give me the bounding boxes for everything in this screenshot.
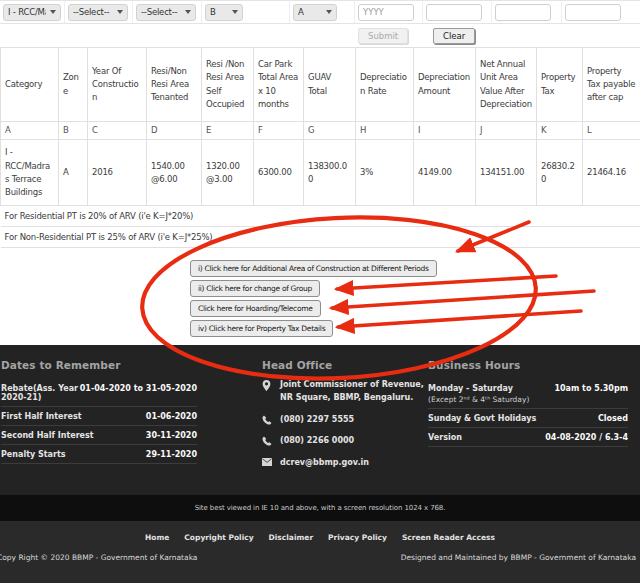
column-letter: G [304, 122, 356, 140]
cell-area-self-occupied: 1320.00 @3.00 [202, 140, 254, 206]
hours-row: Sunday & Govt Holidays Closed [428, 409, 628, 428]
date-label: Second Half Interest [1, 431, 94, 440]
cell-zone: A [59, 140, 88, 206]
hours-row: Monday - Saturday (Except 2ⁿᵈ & 4ᵗʰ Satu… [428, 379, 628, 409]
chevron-down-icon [50, 10, 56, 14]
column-letter: I [414, 122, 476, 140]
filter-input-3[interactable] [495, 4, 551, 21]
column-header: Property Tax payable after cap [583, 48, 640, 122]
column-header: Resi /Non Resi Area Self Occupied [202, 48, 254, 122]
cell-property-tax: 26830.20 [537, 140, 583, 206]
date-label: First Half Interest [1, 412, 82, 421]
column-header: Resi/Non Resi Area Tenanted [147, 48, 202, 122]
note-residential: For Residential PT is 20% of ARV (i'e K=… [1, 206, 640, 227]
column-letter: E [202, 122, 254, 140]
zone-select[interactable]: B [205, 4, 243, 21]
phone2-text: (080) 2266 0000 [280, 435, 354, 448]
column-letter: H [356, 122, 414, 140]
property-tax-table: Category Zone Year Of Construction Resi/… [0, 47, 640, 248]
dates-heading: Dates to Remember [1, 359, 197, 371]
footer-bottom: Home Copyright Policy Disclaimer Privacy… [0, 521, 640, 583]
phone-row: (080) 2266 0000 [262, 435, 430, 448]
hours-sublabel: (Except 2ⁿᵈ & 4ᵗʰ Saturday) [428, 395, 529, 404]
cell-category: I - RCC/Madras Terrace Buildings [1, 140, 59, 206]
date-label: Rebate(Ass. Year 2020-21) [1, 384, 80, 402]
cell-car-park: 6300.00 [254, 140, 304, 206]
note-non-residential: For Non-Residential PT is 25% of ARV (i'… [1, 227, 640, 248]
phone-icon [262, 415, 272, 425]
phone-row: (080) 2297 5555 [262, 414, 430, 427]
column-header: Category [1, 48, 59, 122]
hours-label: Monday - Saturday [428, 384, 513, 393]
column-letter: K [537, 122, 583, 140]
filter-select-2[interactable]: --Select-- [68, 4, 128, 21]
hoarding-telecom-button[interactable]: Click here for Hoarding/Telecome [190, 300, 321, 317]
zone-select-value: B [210, 7, 216, 17]
footer-links: Home Copyright Policy Disclaimer Privacy… [0, 521, 640, 542]
chevron-down-icon [117, 10, 123, 14]
link-screen-reader[interactable]: Screen Reader Access [402, 533, 495, 542]
phone-icon [262, 436, 272, 446]
filter-bar: I - RCC/Mad --Select-- --Select-- B [0, 0, 640, 24]
table-data-row: I - RCC/Madras Terrace Buildings A 2016 … [1, 140, 640, 206]
date-row: Rebate(Ass. Year 2020-21) 01-04-2020 to … [1, 379, 197, 407]
hours-label-block: Monday - Saturday (Except 2ⁿᵈ & 4ᵗʰ Satu… [428, 384, 529, 404]
change-group-button[interactable]: ii) Click here for change of Group [190, 280, 320, 297]
column-letter-row: A B C D E F G H I J K L [1, 122, 640, 140]
dates-to-remember-section: Dates to Remember Rebate(Ass. Year 2020-… [0, 359, 197, 464]
additional-area-button[interactable]: i) Click here for Additional Area of Con… [190, 260, 437, 277]
column-letter: D [147, 122, 202, 140]
date-row: First Half Interest 01-06-2020 [1, 407, 197, 426]
date-value: 30-11-2020 [146, 431, 197, 440]
head-office-section: Head Office Joint Commissioner of Revenu… [262, 359, 430, 479]
date-label: Penalty Starts [1, 450, 65, 459]
viewport-note: Site best viewed in IE 10 and above, wit… [195, 504, 446, 512]
link-privacy-policy[interactable]: Privacy Policy [328, 533, 387, 542]
group-select[interactable]: A [293, 4, 337, 21]
business-hours-heading: Business Hours [428, 359, 628, 371]
column-letter: L [583, 122, 640, 140]
email-row: dcrev@bbmp.gov.in [262, 457, 430, 470]
cell-tax-after-cap: 21464.16 [583, 140, 640, 206]
year-input[interactable] [358, 4, 414, 21]
email-link[interactable]: dcrev@bbmp.gov.in [280, 457, 369, 470]
column-header: Year Of Construction [88, 48, 147, 122]
business-hours-section: Business Hours Monday - Saturday (Except… [428, 359, 628, 447]
chevron-down-icon [326, 10, 332, 14]
copyright-row: Copy Right © 2020 BBMP - Government of K… [0, 553, 640, 562]
bbmp-property-tax-page: I - RCC/Mad --Select-- --Select-- B [0, 0, 640, 583]
cell-depreciation-amount: 4149.00 [414, 140, 476, 206]
link-home[interactable]: Home [145, 533, 169, 542]
map-pin-icon [262, 380, 272, 391]
property-tax-details-button[interactable]: iv) Click here for Property Tax Details [190, 320, 333, 337]
filter-input-2[interactable] [426, 4, 482, 21]
column-letter: A [1, 122, 59, 140]
date-value: 01-04-2020 to 31-05-2020 [80, 384, 197, 393]
cell-depreciation-rate: 3% [356, 140, 414, 206]
filter-input-4[interactable] [565, 4, 621, 21]
column-header: Zone [59, 48, 88, 122]
link-copyright-policy[interactable]: Copyright Policy [184, 533, 253, 542]
note-row-residential: For Residential PT is 20% of ARV (i'e K=… [1, 206, 640, 227]
action-button-group: i) Click here for Additional Area of Con… [190, 260, 437, 337]
category-select[interactable]: I - RCC/Mad [3, 4, 61, 21]
clear-button[interactable]: Clear [433, 28, 475, 44]
column-header: Net Annual Unit Area Value After Depreci… [476, 48, 537, 122]
hours-label: Version [428, 433, 462, 442]
hours-value: 10am to 5.30pm [554, 384, 628, 393]
date-row: Second Half Interest 30-11-2020 [1, 426, 197, 445]
column-header: GUAV Total [304, 48, 356, 122]
column-header: Depreciation Amount [414, 48, 476, 122]
column-letter: C [88, 122, 147, 140]
column-letter: J [476, 122, 537, 140]
link-disclaimer[interactable]: Disclaimer [269, 533, 314, 542]
filter-select-3-value: --Select-- [141, 7, 178, 17]
date-row: Penalty Starts 29-11-2020 [1, 445, 197, 464]
column-header: Car Park Total Area x 10 months [254, 48, 304, 122]
head-office-heading: Head Office [262, 359, 430, 371]
filter-select-3[interactable]: --Select-- [136, 4, 196, 21]
submit-row: Submit Clear [0, 25, 640, 47]
submit-button[interactable]: Submit [358, 28, 408, 44]
viewport-note-band: Site best viewed in IE 10 and above, wit… [0, 495, 640, 521]
chevron-down-icon [232, 10, 238, 14]
